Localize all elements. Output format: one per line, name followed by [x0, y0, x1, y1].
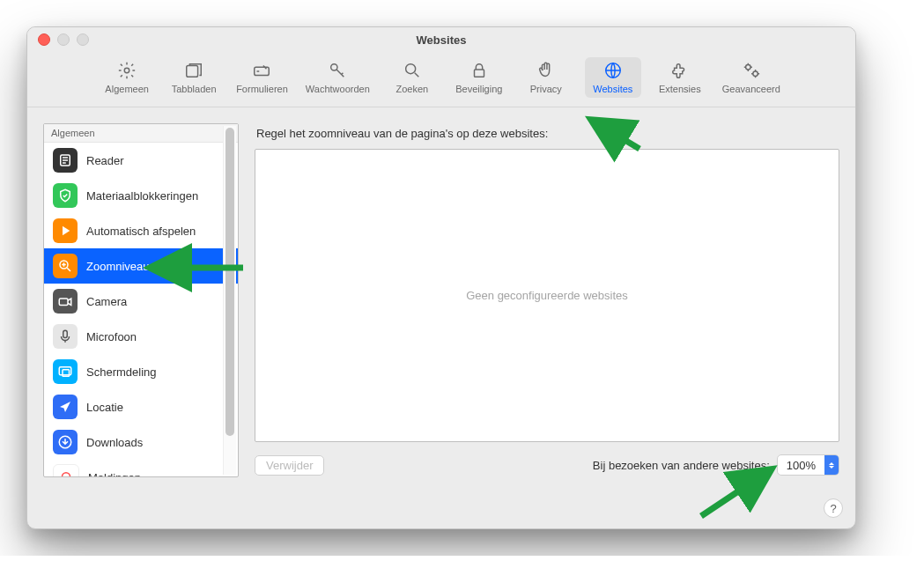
toolbar-tab-tabs[interactable]: Tabbladen — [166, 57, 222, 98]
svg-rect-5 — [474, 70, 484, 77]
chevron-up-down-icon — [824, 455, 839, 475]
scrollbar-thumb[interactable] — [225, 128, 234, 436]
toolbar-label: Geavanceerd — [722, 84, 780, 94]
svg-rect-11 — [59, 299, 68, 306]
play-icon — [53, 218, 78, 243]
sidebar-item-reader[interactable]: Reader — [44, 143, 238, 178]
toolbar-label: Algemeen — [105, 84, 149, 94]
toolbar-tab-privacy[interactable]: Privacy — [518, 57, 574, 98]
configured-websites-list[interactable]: Geen geconfigureerde websites — [255, 149, 839, 442]
zoom-window-button[interactable] — [77, 33, 89, 46]
download-icon — [53, 430, 78, 454]
sidebar-item-screenshare[interactable]: Schermdeling — [44, 354, 238, 389]
pencil-card-icon — [252, 61, 271, 80]
sidebar-item-label: Zoomniveau — [86, 260, 150, 273]
sidebar-item-downloads[interactable]: Downloads — [44, 424, 238, 460]
gear-icon — [117, 61, 137, 80]
svg-point-3 — [331, 64, 337, 70]
globe-icon — [603, 61, 623, 80]
toolbar-label: Wachtwoorden — [306, 84, 370, 94]
toolbar-tab-passwords[interactable]: Wachtwoorden — [302, 57, 373, 98]
svg-point-0 — [124, 68, 129, 73]
toolbar-label: Privacy — [530, 84, 562, 94]
help-button[interactable]: ? — [824, 498, 843, 518]
traffic-lights — [38, 33, 89, 46]
content-area: Algemeen Reader Materiaalblokkeringen — [27, 107, 855, 493]
toolbar-label: Beveiliging — [455, 84, 502, 94]
main-panel: Regel het zoomniveau van de pagina's op … — [255, 123, 839, 476]
toolbar-label: Extensies — [659, 84, 701, 94]
bottom-controls: Verwijder Bij bezoeken van andere websit… — [255, 454, 839, 476]
sidebar-item-label: Automatisch afspelen — [86, 225, 196, 238]
hand-icon — [536, 61, 556, 80]
sidebar-item-label: Camera — [86, 295, 127, 308]
svg-rect-1 — [187, 66, 198, 77]
sidebar-item-label: Microfoon — [86, 330, 137, 343]
window-title: Websites — [417, 33, 467, 47]
sidebar-item-label: Downloads — [86, 436, 143, 449]
sidebar-item-camera[interactable]: Camera — [44, 284, 238, 319]
search-icon — [403, 61, 422, 80]
toolbar-label: Zoeken — [395, 84, 428, 94]
scrollbar[interactable] — [223, 126, 236, 475]
key-icon — [328, 61, 347, 80]
default-zoom-label: Bij bezoeken van andere websites: — [593, 459, 770, 472]
sidebar: Algemeen Reader Materiaalblokkeringen — [43, 123, 239, 477]
gears-icon — [742, 61, 761, 80]
sidebar-item-label: Materiaalblokkeringen — [86, 189, 198, 203]
sidebar-item-location[interactable]: Locatie — [44, 389, 238, 424]
toolbar: Algemeen Tabbladen Formulieren Wachtwoor… — [27, 52, 855, 107]
sidebar-section-header: Algemeen — [44, 124, 238, 143]
svg-rect-12 — [63, 330, 68, 337]
minimize-window-button[interactable] — [57, 33, 70, 46]
microphone-icon — [53, 324, 78, 349]
sidebar-item-label: Reader — [86, 154, 124, 167]
sidebar-item-microphone[interactable]: Microfoon — [44, 319, 238, 354]
svg-point-4 — [405, 64, 415, 74]
toolbar-tab-security[interactable]: Beveiliging — [451, 57, 507, 98]
tabs-icon — [184, 61, 203, 80]
puzzle-icon — [670, 61, 690, 80]
svg-point-8 — [753, 71, 758, 77]
toolbar-label: Formulieren — [236, 84, 288, 94]
zoom-icon — [53, 254, 78, 278]
toolbar-tab-advanced[interactable]: Geavanceerd — [719, 57, 784, 98]
panel-heading: Regel het zoomniveau van de pagina's op … — [256, 127, 839, 140]
preferences-window: Websites Algemeen Tabbladen Formulieren — [26, 26, 856, 529]
lock-icon — [469, 61, 489, 80]
bell-icon — [53, 464, 79, 477]
sidebar-item-label: Meldingen — [88, 471, 141, 478]
default-zoom-select[interactable]: 100% — [777, 454, 839, 476]
svg-point-7 — [745, 65, 750, 70]
titlebar: Websites — [27, 27, 855, 52]
toolbar-tab-extensions[interactable]: Extensies — [652, 57, 708, 98]
toolbar-tab-forms[interactable]: Formulieren — [233, 57, 292, 98]
sidebar-item-notifications[interactable]: Meldingen — [44, 460, 238, 477]
toolbar-label: Websites — [593, 84, 632, 94]
sidebar-item-label: Locatie — [86, 401, 123, 414]
shield-check-icon — [53, 183, 78, 208]
toolbar-tab-websites[interactable]: Websites — [585, 57, 641, 98]
reader-icon — [53, 148, 78, 173]
select-value: 100% — [778, 459, 824, 472]
close-window-button[interactable] — [38, 33, 50, 46]
remove-button[interactable]: Verwijder — [255, 455, 324, 476]
empty-state-text: Geen geconfigureerde websites — [466, 289, 628, 302]
toolbar-tab-search[interactable]: Zoeken — [384, 57, 440, 98]
screen-share-icon — [53, 359, 78, 384]
camera-icon — [53, 289, 78, 314]
location-arrow-icon — [53, 395, 78, 419]
toolbar-label: Tabbladen — [172, 84, 217, 94]
sidebar-item-blockers[interactable]: Materiaalblokkeringen — [44, 178, 238, 213]
sidebar-item-autoplay[interactable]: Automatisch afspelen — [44, 213, 238, 248]
sidebar-item-label: Schermdeling — [86, 365, 157, 379]
toolbar-tab-general[interactable]: Algemeen — [99, 57, 155, 98]
sidebar-item-zoom[interactable]: Zoomniveau — [44, 248, 238, 284]
